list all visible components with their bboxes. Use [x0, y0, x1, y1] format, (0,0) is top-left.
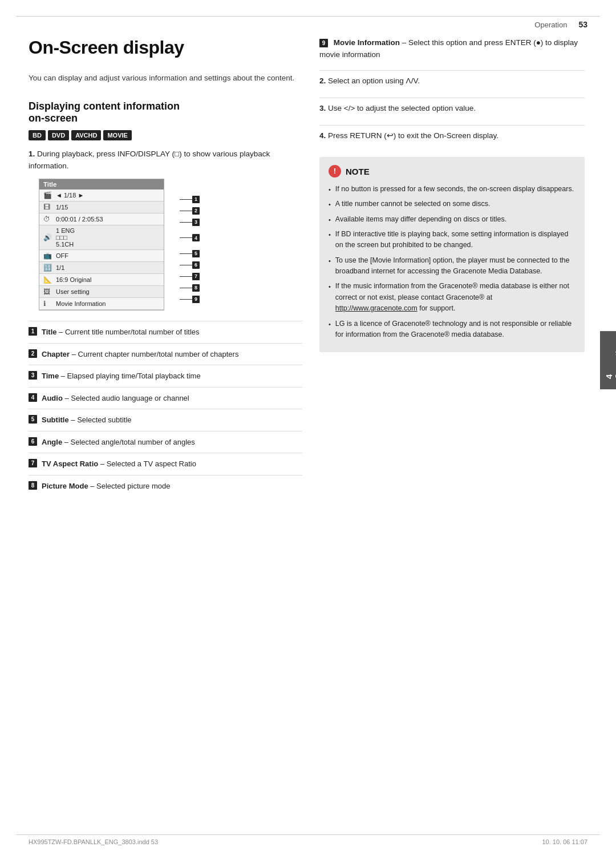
- tab-label: Operation: [614, 341, 616, 379]
- desc-text-7: TV Aspect Ratio – Selected a TV aspect R…: [42, 458, 302, 470]
- note-text-6: If the music information from the Gracen…: [335, 281, 576, 314]
- note-header: ! NOTE: [329, 165, 576, 178]
- desc-num-1: 1: [29, 327, 37, 336]
- page-header: Operation 53: [0, 20, 616, 29]
- note-text-7: LG is a licence of Gracenote® technology…: [335, 318, 576, 341]
- callout-7: 7: [180, 271, 200, 282]
- right-step-3-num: 3.: [319, 104, 326, 112]
- screen-row-5: 📺 OFF: [39, 250, 164, 262]
- page-title: On-Screen display: [29, 37, 302, 58]
- screen-row-4: 🔊 1 ENG□□□5.1CH: [39, 225, 164, 250]
- note-bullet-1: •: [329, 185, 331, 195]
- note-item-5: • To use the [Movie Information] option,…: [329, 255, 576, 277]
- note-item-7: • LG is a licence of Gracenote® technolo…: [329, 318, 576, 341]
- note-box: ! NOTE • If no button is pressed for a f…: [319, 157, 585, 353]
- right-step-4: 4. Press RETURN (↩) to exit the On-Scree…: [319, 125, 585, 147]
- desc-num-9: 9: [319, 39, 328, 47]
- badge-dvd: DVD: [48, 130, 69, 140]
- desc-item-7: 7 TV Aspect Ratio – Selected a TV aspect…: [29, 453, 302, 475]
- note-title: NOTE: [346, 165, 370, 178]
- page-border-top: [16, 16, 600, 17]
- callout-9: 9: [180, 293, 200, 305]
- screen-icon-6: 🔢: [43, 264, 54, 272]
- note-bullet-4: •: [329, 230, 331, 240]
- desc-item-6: 6 Angle – Selected angle/total number of…: [29, 431, 302, 453]
- note-bullet-5: •: [329, 256, 331, 266]
- badge-avchd: AVCHD: [71, 130, 101, 140]
- desc-text-1: Title – Current title number/total numbe…: [42, 326, 302, 338]
- screen-title-bar: Title: [39, 179, 164, 189]
- callout-4: 4: [180, 228, 200, 248]
- format-badges: BD DVD AVCHD MOVIE: [29, 130, 302, 140]
- desc-text-8: Picture Mode – Selected picture mode: [42, 481, 302, 492]
- screen-icon-5: 📺: [43, 252, 54, 260]
- screen-row-6: 🔢 1/1: [39, 262, 164, 274]
- footer-left: HX995TZW-FD.BPANLLK_ENG_3803.indd 53: [29, 838, 158, 845]
- note-text-5: To use the [Movie Information] option, t…: [335, 255, 576, 277]
- screen-icon-2: 🎞: [43, 203, 54, 211]
- desc-item-3: 3 Time – Elapsed playing time/Total play…: [29, 365, 302, 387]
- desc-num-8: 8: [29, 481, 37, 490]
- screen-icon-8: 🖼: [43, 288, 54, 296]
- callout-5: 5: [180, 248, 200, 259]
- desc-text-2: Chapter – Current chapter number/total n…: [42, 349, 302, 360]
- note-text-3: Available items may differ depending on …: [335, 214, 506, 225]
- desc-label-9: Movie Information: [334, 38, 400, 47]
- sidebar-operation-tab: 4 Operation: [600, 331, 616, 389]
- screen-icon-7: 📐: [43, 276, 54, 284]
- screen-icon-1: 🎬: [43, 191, 54, 199]
- desc-item-4: 4 Audio – Selected audio language or cha…: [29, 387, 302, 409]
- page-border-bottom: [16, 834, 600, 835]
- screen-simulation: Title 🎬 ◄ 1/18 ► 🎞 1/15 ⏱ 0:00:01 / 2:05…: [39, 179, 176, 310]
- note-text-1: If no button is pressed for a few second…: [335, 184, 574, 195]
- screen-box: Title 🎬 ◄ 1/18 ► 🎞 1/15 ⏱ 0:00:01 / 2:05…: [39, 179, 164, 310]
- screen-row-3: ⏱ 0:00:01 / 2:05:53: [39, 213, 164, 225]
- left-column: On-Screen display You can display and ad…: [29, 37, 302, 497]
- callout-6: 6: [180, 259, 200, 271]
- screen-row-1: 🎬 ◄ 1/18 ►: [39, 189, 164, 201]
- right-step-4-num: 4.: [319, 131, 326, 140]
- screen-row-9: ℹ Movie Information: [39, 298, 164, 310]
- right-step-3: 3. Use </> to adjust the selected option…: [319, 98, 585, 119]
- tab-number: 4: [604, 346, 614, 379]
- badge-bd: BD: [29, 130, 46, 140]
- step-1-num: 1.: [29, 150, 35, 158]
- note-item-3: • Available items may differ depending o…: [329, 214, 576, 225]
- note-item-4: • If BD interactive title is playing bac…: [329, 229, 576, 251]
- callout-3: 3: [180, 216, 200, 228]
- header-section: Operation: [534, 21, 567, 29]
- desc-num-7: 7: [29, 459, 37, 467]
- note-text-2: A title number cannot be selected on som…: [335, 199, 491, 209]
- right-step-2: 2. Select an option using Λ/V.: [319, 70, 585, 92]
- callout-8: 8: [180, 282, 200, 293]
- note-bullet-2: •: [329, 200, 331, 209]
- right-column: 9 Movie Information – Select this option…: [319, 37, 585, 352]
- note-item-6: • If the music information from the Grac…: [329, 281, 576, 314]
- screen-icon-9: ℹ: [43, 300, 54, 308]
- screen-row-8: 🖼 User setting: [39, 286, 164, 298]
- desc-text-6: Angle – Selected angle/total number of a…: [42, 437, 302, 448]
- desc-item-1: 1 Title – Current title number/total num…: [29, 321, 302, 343]
- screen-icon-4: 🔊: [43, 233, 54, 241]
- desc-text-5: Subtitle – Selected subtitle: [42, 414, 302, 426]
- step-1: 1. During playback, press INFO/DISPLAY (…: [29, 148, 302, 172]
- screen-row-2: 🎞 1/15: [39, 201, 164, 213]
- desc-item-5: 5 Subtitle – Selected subtitle: [29, 409, 302, 431]
- intro-text: You can display and adjust various infor…: [29, 72, 302, 84]
- desc-num-4: 4: [29, 393, 37, 402]
- footer-right: 10. 10. 06 11:07: [542, 838, 587, 845]
- note-bullet-6: •: [329, 282, 331, 292]
- note-text-4: If BD interactive title is playing back,…: [335, 229, 576, 251]
- desc-num-2: 2: [29, 349, 37, 358]
- description-list: 1 Title – Current title number/total num…: [29, 321, 302, 497]
- right-step-2-num: 2.: [319, 76, 326, 85]
- desc-text-3: Time – Elapsed playing time/Total playba…: [42, 370, 302, 382]
- callout-1: 1: [180, 193, 200, 205]
- callout-2: 2: [180, 205, 200, 216]
- note-item-1: • If no button is pressed for a few seco…: [329, 184, 576, 195]
- note-bullet-7: •: [329, 320, 331, 329]
- badge-movie: MOVIE: [103, 130, 131, 140]
- note-bullet-3: •: [329, 215, 331, 225]
- desc-text-4: Audio – Selected audio language or chann…: [42, 393, 302, 404]
- desc-num-5: 5: [29, 415, 37, 424]
